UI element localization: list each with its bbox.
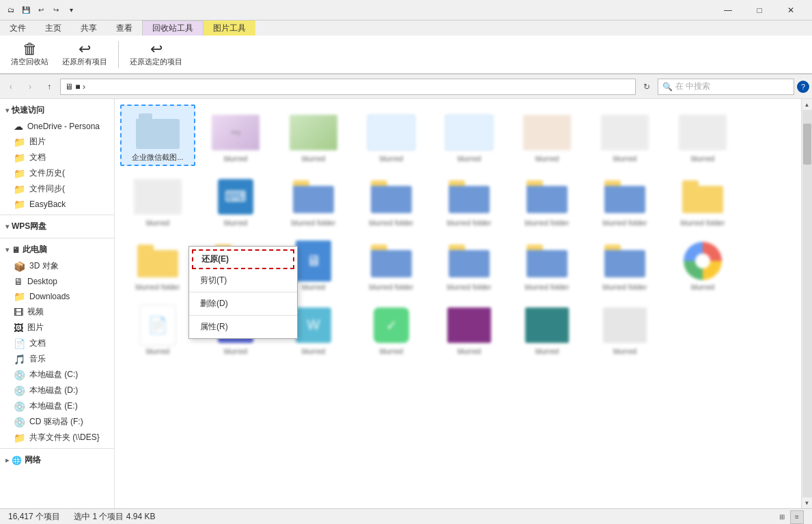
restore-selected-btn[interactable]: ↩ 还原选定的项目: [124, 38, 188, 72]
file-item-5[interactable]: blurred: [509, 105, 585, 166]
file-item-f7[interactable]: blurred folder: [120, 233, 195, 294]
file-item-6[interactable]: blurred: [587, 105, 662, 166]
file-item-teal[interactable]: blurred: [509, 297, 585, 359]
right-scrollbar[interactable]: ▲ ▼: [801, 99, 812, 508]
redo-icon[interactable]: ↪: [51, 5, 61, 16]
address-input[interactable]: 🖥 ■ ›: [60, 79, 636, 95]
restore-all-btn[interactable]: ↩ 还原所有项目: [57, 38, 113, 72]
sidebar-item-filesync[interactable]: 📁 文件同步(: [0, 181, 114, 197]
file-item-1[interactable]: img blurred: [198, 105, 273, 166]
downloads-label: Downloads: [29, 292, 70, 301]
sidebar-item-downloads[interactable]: 📁 Downloads: [0, 289, 114, 304]
sidebar-item-music[interactable]: 🎵 音乐: [0, 351, 114, 367]
folder-label-1: blurred folder: [292, 219, 336, 227]
sidebar-item-easyback[interactable]: 📁 EasyBack: [0, 197, 114, 212]
sidebar-item-videos[interactable]: 🎞 视频: [0, 304, 114, 320]
context-menu-restore[interactable]: 还原(E): [192, 249, 294, 269]
file-item-vscode[interactable]: ⌨ blurred: [198, 169, 273, 230]
file-item-f2[interactable]: blurred folder: [354, 169, 429, 230]
help-button[interactable]: ?: [797, 81, 809, 93]
file-icon-2: [290, 113, 337, 152]
save-icon[interactable]: 💾: [20, 5, 31, 16]
content-area[interactable]: 企业微信截图... img blurred blurred blurred: [115, 99, 801, 508]
context-menu-properties[interactable]: 属性(R): [189, 317, 297, 337]
list-view-btn[interactable]: ≡: [790, 510, 804, 524]
sidebar-item-documents2[interactable]: 📄 文档: [0, 335, 114, 351]
file-item-last[interactable]: blurred: [587, 297, 662, 359]
disk-c-label: 本地磁盘 (C:): [29, 369, 78, 381]
sidebar-item-pictures2[interactable]: 🖼 图片: [0, 320, 114, 335]
sidebar-item-cd[interactable]: 💿 CD 驱动器 (F:): [0, 414, 114, 430]
sidebar-item-disk-c[interactable]: 💿 本地磁盘 (C:): [0, 367, 114, 383]
back-button[interactable]: ‹: [3, 79, 19, 95]
pictures-icon: 📁: [14, 137, 25, 148]
scrollbar-thumb[interactable]: [803, 124, 811, 165]
refresh-button[interactable]: ↻: [639, 79, 655, 95]
file-item-green-app[interactable]: ✓ blurred: [354, 297, 429, 359]
context-menu-delete[interactable]: 删除(D): [189, 294, 297, 314]
file-item-f4[interactable]: blurred folder: [509, 169, 585, 230]
maximize-button[interactable]: □: [744, 0, 775, 20]
file-item-f1[interactable]: blurred folder: [276, 169, 351, 230]
file-item-3[interactable]: blurred: [354, 105, 429, 166]
file-item-f6[interactable]: blurred folder: [665, 169, 740, 230]
file-item-f10[interactable]: blurred folder: [432, 233, 507, 294]
sidebar-item-disk-e[interactable]: 💿 本地磁盘 (E:): [0, 398, 114, 414]
thispc-header[interactable]: ▾ 🖥 此电脑: [0, 241, 114, 258]
file-item-7[interactable]: blurred: [665, 105, 740, 166]
file-item-f5[interactable]: blurred folder: [587, 169, 662, 230]
file-item-f9[interactable]: blurred folder: [354, 233, 429, 294]
sidebar-item-pictures[interactable]: 📁 图片: [0, 134, 114, 150]
scrollbar-up-btn[interactable]: ▲: [802, 99, 813, 110]
close-button[interactable]: ✕: [775, 0, 807, 20]
sidebar-item-3dobj[interactable]: 📦 3D 对象: [0, 258, 114, 274]
sidebar-item-filehistory[interactable]: 📁 文件历史(: [0, 165, 114, 181]
file-item-2[interactable]: blurred: [276, 105, 351, 166]
file-item-8[interactable]: blurred: [120, 169, 195, 230]
quick-access-header[interactable]: ▾ 快速访问: [0, 102, 114, 119]
dropdown-icon[interactable]: ▾: [66, 5, 76, 16]
minimize-button[interactable]: —: [712, 0, 744, 20]
empty-recycle-btn[interactable]: 🗑 清空回收站: [5, 38, 54, 72]
tab-file[interactable]: 文件: [0, 20, 36, 36]
file-item-f12[interactable]: blurred folder: [587, 233, 662, 294]
selected-file-label: 企业微信截图...: [132, 153, 183, 162]
context-menu-cut[interactable]: 剪切(T): [189, 271, 297, 290]
vscode-icon-area: ⌨: [212, 178, 260, 216]
file-item-f3[interactable]: blurred folder: [432, 169, 507, 230]
tab-view[interactable]: 查看: [107, 20, 142, 36]
main-layout: ▾ 快速访问 ☁ OneDrive - Persona 📁 图片 📁 文档 📁 …: [0, 99, 812, 508]
scrollbar-track[interactable]: [802, 110, 812, 497]
sidebar-item-disk-d[interactable]: 💿 本地磁盘 (D:): [0, 383, 114, 398]
file-item-f11[interactable]: blurred folder: [509, 233, 585, 294]
tab-manage-recycle[interactable]: 回收站工具: [142, 20, 204, 36]
grid-view-btn[interactable]: ⊞: [775, 510, 789, 524]
cd-label: CD 驱动器 (F:): [29, 416, 83, 428]
network-header[interactable]: ▸ 🌐 网络: [0, 452, 114, 469]
shared-icon: 📁: [14, 432, 25, 443]
scrollbar-down-btn[interactable]: ▼: [802, 497, 813, 508]
sidebar-item-shared[interactable]: 📁 共享文件夹 (\\DES}: [0, 430, 114, 445]
file-item-chrome[interactable]: blurred: [665, 233, 740, 294]
file-item-4[interactable]: blurred: [432, 105, 507, 166]
3dobj-icon: 📦: [14, 261, 25, 272]
wps-header[interactable]: ▾ WPS网盘: [0, 218, 114, 235]
folder-label-3: blurred folder: [447, 219, 492, 227]
tab-manage-image[interactable]: 图片工具: [204, 20, 255, 36]
forward-button[interactable]: ›: [22, 79, 38, 95]
filehistory-label: 文件历史(: [29, 167, 65, 179]
restore-all-icon: ↩: [79, 42, 91, 57]
sidebar-item-onedrive[interactable]: ☁ OneDrive - Persona: [0, 119, 114, 134]
file-item-purple[interactable]: blurred: [432, 297, 507, 359]
sidebar-item-documents[interactable]: 📁 文档: [0, 150, 114, 165]
up-button[interactable]: ↑: [41, 79, 57, 95]
file-item-selected[interactable]: 企业微信截图...: [120, 105, 195, 166]
file-item-doc[interactable]: 📄 blurred: [120, 297, 195, 359]
tab-home[interactable]: 主页: [36, 20, 71, 36]
tab-share[interactable]: 共享: [71, 20, 107, 36]
folder-label-9: blurred folder: [369, 283, 414, 292]
shared-label: 共享文件夹 (\\DES}: [29, 432, 100, 443]
undo-icon[interactable]: ↩: [36, 5, 46, 16]
search-box[interactable]: 🔍 在 中搜索: [658, 79, 794, 95]
sidebar-item-desktop[interactable]: 🖥 Desktop: [0, 274, 114, 289]
